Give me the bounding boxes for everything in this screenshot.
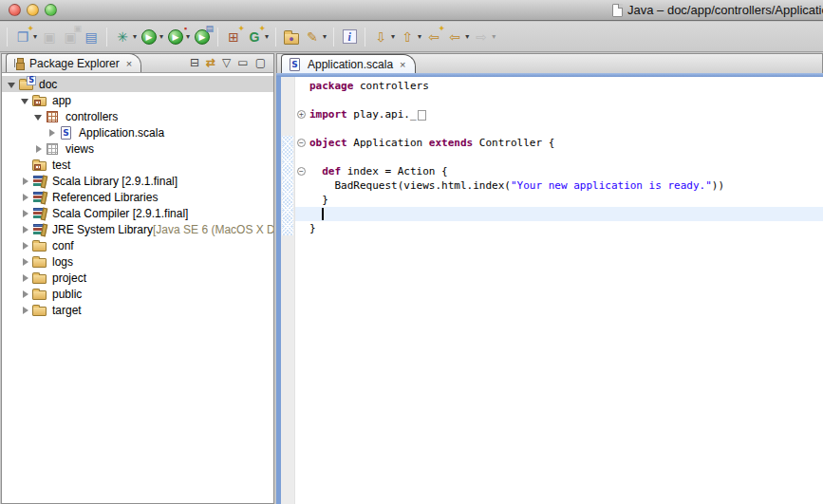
zoom-button[interactable] — [45, 4, 57, 16]
new-java-package-button[interactable]: ⊞✦ — [223, 26, 244, 48]
tree-row-doc[interactable]: Sdoc — [2, 76, 273, 92]
run-external-tools-button[interactable]: ▶▪▾ — [165, 26, 192, 48]
code-line-9[interactable]: } — [295, 193, 823, 207]
save-button: ▣ — [39, 26, 60, 48]
keyword-token: package — [309, 80, 353, 92]
print-button[interactable]: ▤ — [81, 26, 102, 48]
fold-collapse-icon[interactable]: − — [297, 139, 306, 147]
code-line-7[interactable]: − def index = Action { — [295, 164, 823, 178]
window-title: Java – doc/app/controllers/Application.s… — [627, 3, 823, 17]
tree-label: project — [51, 271, 86, 285]
mark-occurrences-button[interactable]: ✎▾ — [302, 26, 328, 48]
tree-expand-arrow[interactable] — [21, 209, 30, 218]
show-javadoc-button[interactable]: i — [339, 26, 360, 48]
toolbar-separator — [275, 28, 276, 47]
tree-expand-arrow[interactable] — [21, 96, 30, 105]
tree-expand-arrow[interactable] — [34, 144, 44, 154]
new-wizard-button-dropdown[interactable]: ▾ — [33, 32, 37, 41]
tree-row-application.scala[interactable]: SApplication.scala — [2, 124, 273, 140]
open-type-button[interactable]: ● — [281, 26, 302, 48]
tree-row-project[interactable]: project — [2, 270, 273, 286]
tree-expand-arrow[interactable] — [21, 273, 30, 283]
code-token: } — [309, 194, 328, 206]
collapse-all-button[interactable]: ⊟ — [190, 56, 199, 69]
back-button[interactable]: ⇦▾ — [444, 26, 471, 48]
back-button-dropdown[interactable]: ▾ — [465, 32, 469, 41]
debug-button[interactable]: ✳▾ — [112, 26, 139, 48]
tree-row-app[interactable]: app — [2, 92, 273, 108]
fold-expand-icon[interactable]: + — [297, 110, 306, 119]
code-line-3[interactable]: +import play.api._ — [295, 107, 823, 121]
tree-row-jre[interactable]: JRE System Library [Java SE 6 (MacOS X D… — [2, 221, 273, 237]
code-line-8[interactable]: BadRequest(views.html.index("Your new ap… — [295, 178, 823, 193]
tab-application-scala[interactable]: S Application.scala × — [281, 54, 416, 73]
tree-expand-arrow[interactable] — [21, 241, 30, 251]
tree-row-controllers[interactable]: controllers — [2, 108, 273, 124]
code-token: index = Action { — [341, 165, 448, 177]
next-annotation-button-dropdown[interactable]: ▾ — [391, 32, 395, 41]
link-with-editor-button[interactable]: ⇄ — [206, 56, 215, 69]
folder-icon — [32, 303, 48, 318]
folded-region-box[interactable] — [418, 110, 426, 121]
fold-collapse-icon[interactable]: − — [297, 167, 306, 176]
code-line-6[interactable] — [295, 150, 823, 164]
code-editor[interactable]: package controllers+import play.api._−ob… — [295, 77, 823, 504]
run-external-tools-button-dropdown[interactable]: ▾ — [186, 32, 190, 41]
package-explorer-icon — [12, 58, 25, 69]
close-editor-icon[interactable]: × — [400, 59, 405, 70]
tree-expand-arrow[interactable] — [47, 128, 57, 138]
window-controls — [9, 4, 57, 16]
run-button[interactable]: ▶▾ — [139, 26, 165, 48]
tree-row-referenced[interactable]: Referenced Libraries — [2, 189, 273, 205]
tree-row-scala[interactable]: Scala Library [2.9.1.final] — [2, 173, 273, 189]
code-line-5[interactable]: −object Application extends Controller { — [295, 136, 823, 150]
close-view-icon[interactable]: × — [126, 58, 132, 69]
close-button[interactable] — [9, 4, 21, 16]
tree-row-logs[interactable]: logs — [2, 253, 273, 270]
tree-row-scala[interactable]: Scala Compiler [2.9.1.final] — [2, 205, 273, 221]
tree-expand-arrow[interactable] — [34, 112, 44, 121]
previous-annotation-button-dropdown[interactable]: ▾ — [418, 32, 421, 41]
tree-row-public[interactable]: public — [2, 286, 273, 302]
minimize-button[interactable] — [27, 4, 39, 16]
forward-button-dropdown: ▾ — [492, 32, 496, 41]
tree-expand-arrow[interactable] — [21, 257, 30, 267]
code-line-2[interactable] — [295, 93, 823, 107]
code-line-11[interactable]: } — [295, 221, 823, 235]
tab-package-explorer[interactable]: Package Explorer × — [6, 53, 141, 72]
code-line-10[interactable] — [295, 207, 823, 221]
code-line-4[interactable] — [295, 121, 823, 136]
debug-button-dropdown[interactable]: ▾ — [133, 32, 137, 41]
titlebar: Java – doc/app/controllers/Application.s… — [0, 0, 823, 21]
tree-label-decoration: [Java SE 6 (MacOS X Def — [153, 223, 274, 236]
tree-label: controllers — [65, 110, 118, 123]
tree-label: test — [51, 159, 70, 172]
new-wizard-button[interactable]: ❐✦▾ — [12, 26, 39, 48]
new-type-button[interactable]: G✦▾ — [244, 26, 271, 48]
run-button-dropdown[interactable]: ▾ — [159, 32, 163, 41]
minimize-view-button[interactable]: ▭ — [237, 56, 248, 69]
next-annotation-button[interactable]: ⇩▾ — [370, 26, 397, 48]
tree-expand-arrow[interactable] — [8, 80, 17, 89]
previous-annotation-button[interactable]: ⇧▾ — [397, 26, 423, 48]
tree-row-conf[interactable]: conf — [2, 237, 273, 253]
mark-occurrences-button-dropdown[interactable]: ▾ — [323, 32, 327, 41]
package-explorer-toolbar: ⊟⇄▽▭▢ — [190, 56, 273, 72]
tree-row-views[interactable]: views — [2, 140, 273, 157]
view-menu-button[interactable]: ▽ — [222, 56, 231, 69]
tree-expand-arrow[interactable] — [21, 225, 30, 234]
tree-row-target[interactable]: target — [2, 302, 273, 318]
maximize-view-button[interactable]: ▢ — [255, 56, 266, 69]
new-type-button-dropdown[interactable]: ▾ — [265, 32, 269, 41]
tree-row-test[interactable]: test — [2, 157, 273, 173]
profile-button[interactable]: ▶▤ — [192, 26, 213, 48]
tree-expand-arrow[interactable] — [21, 177, 30, 186]
folder-icon — [32, 238, 48, 253]
package-explorer-header: Package Explorer × ⊟⇄▽▭▢ — [1, 53, 274, 73]
last-edit-location-button[interactable]: ⇦✦ — [423, 26, 444, 48]
tree-expand-arrow[interactable] — [21, 193, 30, 202]
code-line-1[interactable]: package controllers — [295, 79, 823, 93]
tree-expand-arrow[interactable] — [21, 289, 30, 299]
tree-expand-arrow[interactable] — [21, 306, 30, 315]
annotation-ruler[interactable] — [281, 77, 295, 504]
